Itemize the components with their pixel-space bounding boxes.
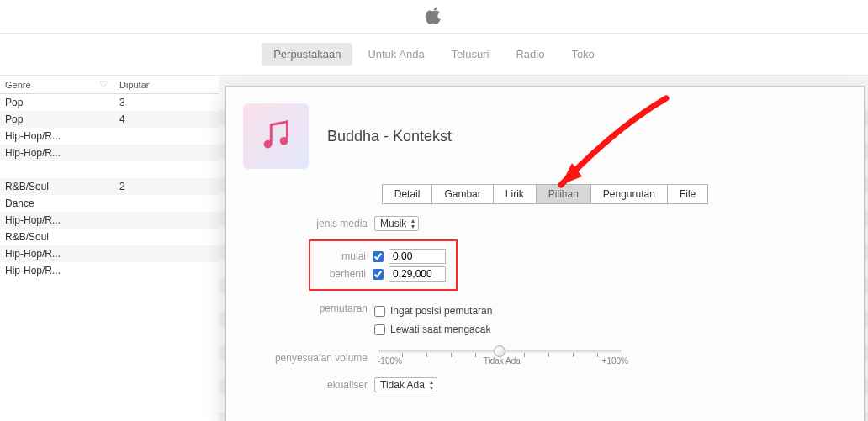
cell-love [93,94,114,112]
nav-telusuri[interactable]: Telusuri [440,43,501,66]
cell-genre: Hip-Hop/R... [0,245,93,262]
table-row[interactable]: Hip-Hop/R... [0,262,219,279]
dialog-tabs: Detail Gambar Lirik Pilihan Pengurutan F… [226,184,864,204]
cell-genre: Dance [0,195,93,212]
volume-adjust-label: penyesuaian volume [260,352,368,364]
col-genre[interactable]: Genre [0,76,93,94]
tab-pilihan[interactable]: Pilihan [536,184,590,204]
nav-toko[interactable]: Toko [559,43,606,66]
cell-plays: 3 [114,94,161,112]
stop-checkbox[interactable] [373,269,384,280]
cell-genre [0,161,93,178]
col-love[interactable]: ♡ [93,76,114,94]
table-row[interactable]: R&B/Soul2 [0,178,219,195]
album-art [243,103,309,169]
start-input[interactable] [389,249,446,264]
skip-shuffle-checkbox[interactable] [374,324,385,335]
cell-genre: Hip-Hop/R... [0,262,93,279]
cell-love [93,111,114,128]
cell-love [93,161,114,178]
tab-detail[interactable]: Detail [382,184,432,204]
cell-love [93,145,114,161]
nav-untuk-anda[interactable]: Untuk Anda [356,43,436,66]
cell-love [93,212,114,229]
stop-label: berhenti [314,268,366,280]
cell-genre: R&B/Soul [0,178,93,195]
track-title: Buddha - Kontekst [327,128,452,145]
remember-position-label: Ingat posisi pemutaran [390,305,492,317]
table-row[interactable]: Dance [0,195,219,212]
table-row[interactable]: Pop3 [0,94,219,112]
col-spacer [161,76,219,94]
table-row[interactable]: Pop4 [0,111,219,128]
cell-love [93,229,114,245]
equalizer-select[interactable]: Tidak Ada ▴▾ [374,377,437,392]
cell-plays [114,128,161,145]
equalizer-label: ekualiser [260,379,368,391]
table-row[interactable]: Hip-Hop/R... [0,128,219,145]
main-nav: Perpustakaan Untuk Anda Telusuri Radio T… [0,34,868,76]
svg-point-1 [280,137,288,145]
table-row[interactable]: Hip-Hop/R... [0,145,219,161]
start-label: mulai [314,250,366,262]
remember-position-checkbox[interactable] [374,306,385,317]
cell-genre: Hip-Hop/R... [0,212,93,229]
cell-love [93,245,114,262]
volume-slider-thumb[interactable] [494,345,505,357]
table-row[interactable]: Hip-Hop/R... [0,212,219,229]
track-list: Genre ♡ Diputar Pop3Pop4Hip-Hop/R...Hip-… [0,76,219,279]
apple-logo-icon [425,6,443,27]
song-info-dialog: Buddha - Kontekst Detail Gambar Lirik Pi… [225,86,865,421]
cell-plays [114,212,161,229]
cell-love [93,262,114,279]
cell-plays [114,245,161,262]
tab-file[interactable]: File [667,184,708,204]
equalizer-value: Tidak Ada [380,379,425,391]
nav-perpustakaan[interactable]: Perpustakaan [262,43,352,66]
cell-plays [114,145,161,161]
volume-slider[interactable] [378,350,622,353]
table-row[interactable] [0,161,219,178]
nav-radio[interactable]: Radio [504,43,556,66]
media-kind-value: Musik [380,218,406,229]
cell-plays [114,161,161,178]
topbar [0,0,868,34]
cell-plays [114,195,161,212]
skip-shuffle-label: Lewati saat mengacak [390,324,490,335]
tab-lirik[interactable]: Lirik [493,184,536,204]
dropdown-icon: ▴▾ [411,218,415,229]
media-kind-select[interactable]: Musik ▴▾ [374,216,419,231]
cell-love [93,178,114,195]
cell-genre: Hip-Hop/R... [0,128,93,145]
start-checkbox[interactable] [373,251,384,262]
cell-plays: 2 [114,178,161,195]
cell-plays [114,262,161,279]
col-plays[interactable]: Diputar [114,76,161,94]
table-row[interactable]: Hip-Hop/R... [0,245,219,262]
playback-label: pemutaran [260,303,368,314]
cell-plays: 4 [114,111,161,128]
cell-genre: Hip-Hop/R... [0,145,93,161]
stop-input[interactable] [389,266,446,282]
media-kind-label: jenis media [260,218,368,229]
cell-plays [114,229,161,245]
start-stop-group: mulai berhenti [309,239,458,291]
dropdown-icon: ▴▾ [430,379,433,391]
svg-point-0 [264,140,273,149]
tab-pengurutan[interactable]: Pengurutan [590,184,667,204]
cell-love [93,195,114,212]
cell-genre: Pop [0,94,93,112]
tab-gambar[interactable]: Gambar [431,184,492,204]
cell-love [93,128,114,145]
table-row[interactable]: R&B/Soul [0,229,219,245]
cell-genre: R&B/Soul [0,229,93,245]
cell-genre: Pop [0,111,93,128]
